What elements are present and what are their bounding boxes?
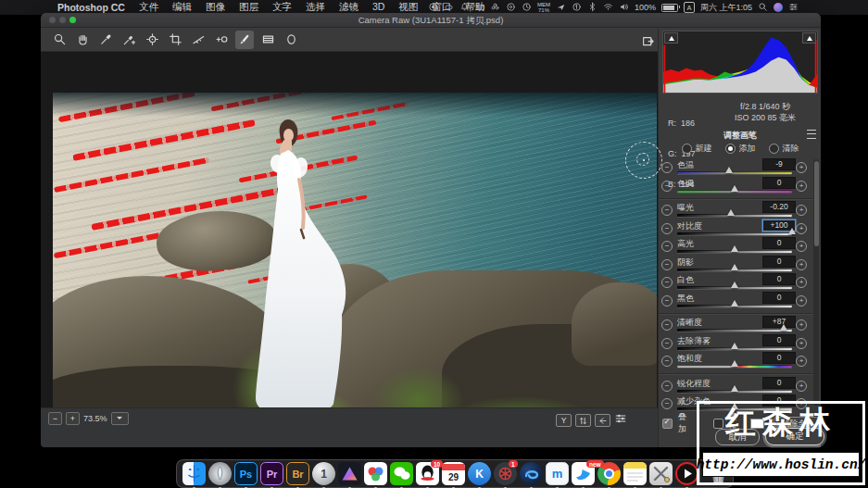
decrease-icon[interactable]: − [661, 162, 673, 173]
swap-settings-button[interactable] [575, 414, 591, 427]
slider-value[interactable]: 0 [762, 273, 796, 285]
wifi-icon[interactable] [603, 2, 613, 14]
increase-icon[interactable]: + [796, 205, 807, 216]
brush-mode-1[interactable]: 添加 [725, 143, 756, 155]
crop-tool[interactable] [166, 31, 184, 49]
increase-icon[interactable]: + [796, 356, 807, 367]
cloud-icon[interactable] [444, 2, 454, 14]
slider-thumb[interactable] [788, 228, 796, 234]
dock-icon-capture-one[interactable]: 1 [312, 462, 335, 485]
slider-thumb[interactable] [731, 185, 738, 192]
slider-value[interactable]: 0 [762, 377, 796, 389]
dock-icon-maxthon[interactable]: m [546, 462, 569, 485]
slider-value[interactable]: 0 [762, 352, 796, 364]
fullscreen-toggle-icon[interactable] [638, 31, 657, 50]
increase-icon[interactable]: + [796, 338, 807, 349]
decrease-icon[interactable]: − [661, 223, 673, 234]
menu-item-8[interactable]: 视图 [398, 1, 418, 14]
decrease-icon[interactable]: − [661, 241, 673, 252]
bluetooth-icon[interactable] [587, 2, 598, 14]
slider-thumb[interactable] [731, 282, 738, 288]
zoom-out-button[interactable]: − [48, 412, 62, 425]
slider-value[interactable]: 0 [762, 256, 796, 268]
slider-thumb[interactable] [731, 245, 738, 252]
straighten-tool[interactable] [189, 31, 208, 49]
increase-icon[interactable]: + [796, 162, 807, 173]
radio-unselected[interactable] [769, 144, 779, 154]
slider-value[interactable]: 0 [762, 292, 796, 304]
clock-status-icon[interactable] [522, 2, 532, 14]
photo-preview[interactable] [53, 93, 657, 407]
decrease-icon[interactable]: − [661, 181, 673, 192]
hand-tool[interactable] [73, 31, 92, 49]
dock-icon-potplayer[interactable] [675, 462, 698, 485]
battery-percent[interactable]: 100% [635, 3, 656, 12]
scrollbar-thumb[interactable] [814, 161, 819, 246]
decrease-icon[interactable]: − [661, 277, 673, 288]
increase-icon[interactable]: + [796, 277, 807, 288]
zoom-tool[interactable] [50, 31, 69, 49]
decrease-icon[interactable]: − [661, 398, 673, 409]
slider-thumb[interactable] [731, 300, 738, 307]
slider-value[interactable]: +87 [762, 316, 796, 328]
decrease-icon[interactable]: − [661, 295, 673, 307]
menu-item-7[interactable]: 3D [372, 1, 384, 14]
brush-mode-0[interactable]: 新建 [682, 143, 712, 155]
slider-thumb[interactable] [725, 167, 733, 173]
copy-settings-button[interactable] [595, 414, 610, 427]
decrease-icon[interactable]: − [661, 259, 673, 270]
increase-icon[interactable]: + [796, 381, 807, 392]
graduated-filter-tool[interactable] [258, 31, 277, 49]
dock-icon-bridge[interactable]: Br [286, 462, 309, 485]
menu-item-0[interactable]: 文件 [139, 1, 158, 14]
white-balance-tool[interactable] [96, 31, 115, 49]
panel-menu-icon[interactable] [807, 130, 816, 139]
overlay-checkbox[interactable] [662, 419, 673, 429]
radio-selected[interactable] [725, 144, 736, 154]
dock-icon-app-circles[interactable] [364, 462, 387, 485]
menu-item-3[interactable]: 图层 [239, 1, 258, 14]
monogram-icon[interactable] [506, 2, 516, 14]
slider-thumb[interactable] [731, 343, 738, 349]
dock-icon-wechat[interactable] [390, 462, 413, 485]
slider-thumb[interactable] [727, 209, 735, 216]
app-name[interactable]: Photoshop CC [57, 2, 125, 13]
shadow-clipping-warning-icon[interactable] [664, 32, 678, 44]
slider-value[interactable]: -9 [762, 158, 796, 170]
preview-preferences-icon[interactable] [614, 412, 627, 429]
notification-count[interactable]: 10 [475, 3, 484, 12]
dock-icon-calendar[interactable]: 29 [442, 462, 465, 485]
menu-item-5[interactable]: 选择 [306, 1, 325, 14]
slider-track[interactable] [677, 329, 792, 332]
dock-icon-premiere[interactable]: Pr [260, 462, 283, 485]
siri-icon[interactable] [774, 3, 783, 12]
image-canvas-area[interactable] [41, 52, 658, 407]
slider-value[interactable]: -0.20 [762, 201, 796, 213]
radial-filter-tool[interactable] [282, 31, 300, 49]
highlight-clipping-warning-icon[interactable] [802, 32, 816, 44]
decrease-icon[interactable]: − [661, 338, 673, 349]
spot-removal-tool[interactable] [212, 31, 231, 49]
dock-icon-browser-swirl[interactable] [520, 462, 543, 485]
decrease-icon[interactable]: − [661, 356, 673, 367]
adjustment-brush-tool[interactable] [235, 31, 254, 49]
increase-icon[interactable]: + [796, 223, 807, 234]
slider-thumb[interactable] [731, 360, 738, 367]
increase-icon[interactable]: + [796, 181, 807, 192]
decrease-icon[interactable]: − [661, 319, 673, 331]
bell-icon[interactable] [459, 2, 470, 14]
increase-icon[interactable]: + [796, 319, 807, 331]
slider-value[interactable]: 0 [762, 237, 796, 249]
screen-record-icon[interactable] [428, 2, 438, 14]
volume-icon[interactable] [619, 2, 629, 14]
dock-icon-keka[interactable]: K [468, 462, 491, 485]
increase-icon[interactable]: + [796, 241, 807, 252]
radio-unselected[interactable] [682, 144, 692, 154]
slider-thumb[interactable] [731, 264, 738, 270]
panel-scrollbar[interactable] [813, 159, 819, 406]
slider-track[interactable] [677, 171, 792, 174]
zoom-level-dropdown[interactable] [111, 412, 129, 425]
slider-thumb[interactable] [780, 324, 787, 331]
slider-track[interactable] [677, 232, 792, 235]
zoom-in-button[interactable]: + [66, 412, 80, 425]
